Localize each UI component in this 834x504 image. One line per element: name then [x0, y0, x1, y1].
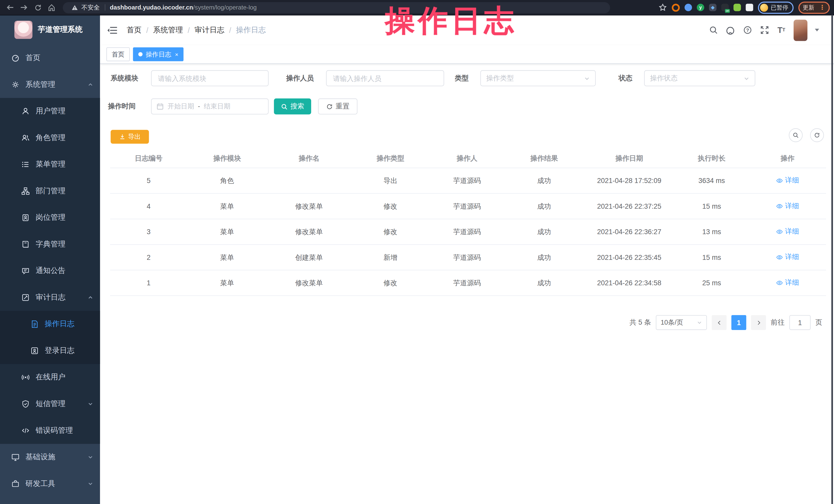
menu-fold-icon[interactable]	[107, 26, 117, 34]
tags-bar: 首页 操作日志 ×	[100, 45, 834, 64]
close-icon[interactable]: ×	[175, 51, 178, 57]
goto-page-input[interactable]	[789, 315, 811, 330]
sidebar-item-login-log[interactable]: 登录日志	[0, 337, 100, 364]
reset-button[interactable]: 重置	[318, 98, 357, 114]
prev-page-button[interactable]	[712, 315, 727, 330]
extension-icon-6[interactable]	[733, 4, 741, 11]
date-range-picker[interactable]: 开始日期 - 结束日期	[151, 98, 269, 114]
detail-link[interactable]: 详细	[776, 227, 799, 237]
sidebar-item-dictionary[interactable]: 字典管理	[0, 231, 100, 258]
sidebar-item-audit-log[interactable]: 审计日志	[0, 284, 100, 311]
operate-log-table: 日志编号 操作模块 操作名 操作类型 操作人 操作结果 操作日期 执行时长 操作…	[110, 149, 826, 296]
sidebar-item-posts[interactable]: 岗位管理	[0, 204, 100, 231]
extension-icon-3[interactable]: y	[697, 4, 704, 11]
start-date-placeholder: 开始日期	[168, 102, 194, 111]
browser-reload-icon[interactable]	[31, 1, 45, 14]
refresh-table-button[interactable]	[810, 128, 824, 142]
update-label: 更新	[803, 3, 814, 11]
sidebar-item-notices[interactable]: 通知公告	[0, 258, 100, 284]
chevron-up-icon	[88, 82, 93, 87]
pagination: 共 5 条 10条/页 1 前往 页	[630, 315, 822, 330]
login-log-icon	[30, 347, 39, 355]
font-size-icon[interactable]: TT	[776, 25, 786, 35]
user-icon	[21, 107, 30, 115]
pagination-total: 共 5 条	[630, 318, 651, 327]
gear-icon	[11, 81, 20, 89]
browser-actions: y ◆ 已暂停 更新 ⋮	[659, 1, 834, 14]
detail-link[interactable]: 详细	[776, 201, 799, 211]
type-select[interactable]: 操作类型	[480, 70, 596, 86]
chevron-down-icon	[88, 401, 93, 407]
detail-link[interactable]: 详细	[776, 253, 799, 262]
table-row: 1 菜单 修改菜单 修改 芋道源码 成功 2021-04-26 22:34:58…	[110, 270, 826, 295]
operator-input[interactable]	[326, 70, 444, 86]
breadcrumb-system[interactable]: 系统管理	[153, 25, 183, 35]
sidebar-item-dev-tools[interactable]: 研发工具	[0, 470, 100, 497]
breadcrumb-audit[interactable]: 审计日志	[195, 25, 224, 35]
browser-menu-icon[interactable]: ⋮	[819, 4, 826, 11]
sidebar-item-departments[interactable]: 部门管理	[0, 178, 100, 204]
audit-log-icon	[21, 293, 30, 302]
browser-profile-chip[interactable]: 已暂停	[758, 1, 794, 14]
avatar[interactable]	[794, 20, 808, 41]
range-separator: -	[198, 103, 200, 110]
browser-home-icon[interactable]	[45, 1, 59, 14]
profile-paused-label: 已暂停	[771, 3, 788, 11]
browser-forward-icon[interactable]	[17, 1, 31, 14]
status-select[interactable]: 操作状态	[644, 70, 755, 86]
sidebar-item-system[interactable]: 系统管理	[0, 71, 100, 98]
search-icon	[281, 103, 288, 110]
sidebar-item-roles[interactable]: 角色管理	[0, 125, 100, 151]
detail-link[interactable]: 详细	[776, 176, 799, 185]
github-icon[interactable]	[726, 25, 735, 35]
extension-icon-2[interactable]	[684, 4, 692, 11]
browser-toolbar: 不安全 dashboard.yudao.iocoder.cn/system/lo…	[0, 0, 834, 16]
module-label: 系统模块	[111, 70, 138, 86]
download-icon	[119, 134, 125, 140]
detail-link[interactable]: 详细	[776, 278, 799, 287]
table-header-row: 日志编号 操作模块 操作名 操作类型 操作人 操作结果 操作日期 执行时长 操作	[110, 149, 826, 168]
next-page-button[interactable]	[751, 315, 766, 330]
sidebar-item-label: 岗位管理	[36, 213, 66, 222]
code-icon	[21, 426, 30, 435]
browser-update-chip[interactable]: 更新 ⋮	[798, 1, 830, 14]
sidebar-item-label: 菜单管理	[36, 160, 66, 169]
export-button[interactable]: 导出	[111, 130, 149, 144]
sidebar-item-users[interactable]: 用户管理	[0, 98, 100, 125]
caret-down-icon[interactable]	[815, 29, 819, 34]
operator-label: 操作人员	[286, 70, 314, 86]
app-logo-row[interactable]: 芋道管理系统	[0, 15, 100, 45]
toggle-search-button[interactable]	[789, 128, 803, 142]
current-page[interactable]: 1	[731, 315, 746, 330]
sidebar-item-error-codes[interactable]: 错误码管理	[0, 417, 100, 444]
browser-address-bar[interactable]: 不安全 dashboard.yudao.iocoder.cn/system/lo…	[63, 2, 610, 13]
sidebar-item-menus[interactable]: 菜单管理	[0, 151, 100, 178]
active-dot	[138, 52, 142, 57]
end-date-placeholder: 结束日期	[204, 102, 231, 111]
col-operator: 操作人	[430, 149, 504, 168]
tag-home[interactable]: 首页	[106, 47, 130, 61]
help-icon[interactable]: ?	[743, 25, 752, 35]
sidebar-item-label: 操作日志	[45, 319, 74, 329]
extensions-puzzle-icon[interactable]	[746, 4, 753, 11]
bookmark-star-icon[interactable]	[659, 3, 667, 12]
tag-operate-log[interactable]: 操作日志 ×	[133, 47, 184, 61]
extension-icon-4[interactable]: ◆	[709, 4, 717, 11]
module-input[interactable]	[151, 70, 269, 86]
page-size-select[interactable]: 10条/页	[656, 315, 707, 330]
sidebar-item-infrastructure[interactable]: 基础设施	[0, 444, 100, 470]
sidebar-item-label: 研发工具	[25, 479, 55, 488]
search-icon[interactable]	[709, 25, 718, 35]
eye-icon	[776, 228, 783, 235]
extension-icon-5[interactable]	[721, 4, 729, 11]
breadcrumb-home[interactable]: 首页	[127, 25, 141, 35]
search-button[interactable]: 搜索	[274, 98, 311, 114]
fullscreen-icon[interactable]	[760, 25, 769, 35]
sidebar-item-sms[interactable]: 短信管理	[0, 391, 100, 417]
extension-icon-1[interactable]	[672, 3, 680, 11]
sidebar-item-online-users[interactable]: 在线用户	[0, 364, 100, 391]
chevron-down-icon	[584, 75, 590, 81]
browser-back-icon[interactable]	[3, 1, 17, 14]
sidebar-item-home[interactable]: 首页	[0, 45, 100, 71]
sidebar-item-operate-log[interactable]: 操作日志	[0, 311, 100, 337]
